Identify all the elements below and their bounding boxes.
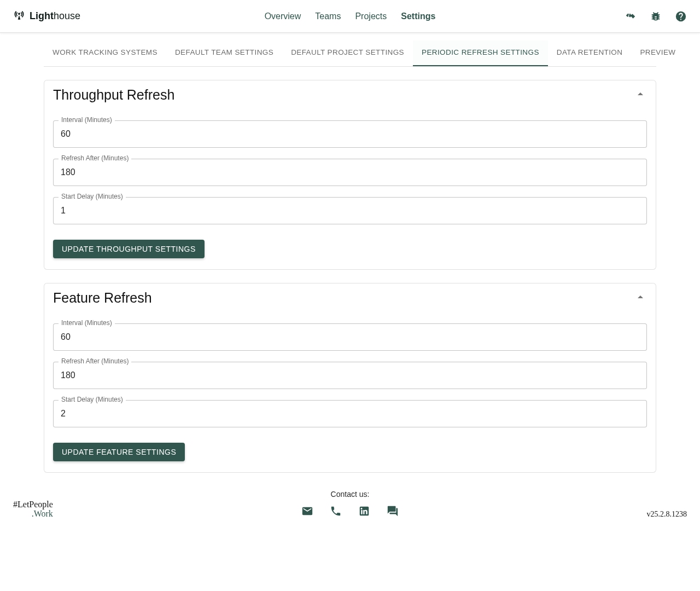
app-logo[interactable]: Lighthouse	[13, 9, 80, 24]
throughput-refresh-header[interactable]: Throughput Refresh	[44, 80, 656, 105]
throughput-start-delay-field: Start Delay (Minutes)	[53, 197, 647, 224]
refresh-after-label: Refresh After (Minutes)	[59, 357, 131, 365]
chat-icon[interactable]	[387, 505, 399, 519]
throughput-refresh-after-input[interactable]	[53, 159, 647, 186]
interval-label: Interval (Minutes)	[59, 116, 115, 124]
throughput-refresh-after-field: Refresh After (Minutes)	[53, 159, 647, 186]
app-footer: #LetPeople .Work Contact us: v25.2.8.123…	[0, 495, 700, 528]
tab-work-tracking-systems[interactable]: Work Tracking Systems	[44, 40, 166, 66]
nav-settings[interactable]: Settings	[401, 11, 435, 21]
linkedin-icon[interactable]	[358, 505, 370, 519]
throughput-start-delay-input[interactable]	[53, 197, 647, 224]
feature-start-delay-input[interactable]	[53, 400, 647, 427]
slogan: #LetPeople .Work	[13, 500, 53, 519]
feature-interval-field: Interval (Minutes)	[53, 323, 647, 351]
nav-projects[interactable]: Projects	[355, 11, 387, 21]
mail-icon[interactable]	[301, 505, 313, 519]
primary-nav: Overview Teams Projects Settings	[265, 11, 436, 21]
tab-default-team-settings[interactable]: Default Team Settings	[166, 40, 282, 66]
feature-refresh-header[interactable]: Feature Refresh	[44, 283, 656, 308]
throughput-interval-field: Interval (Minutes)	[53, 120, 647, 148]
update-feature-button[interactable]: Update Feature Settings	[53, 443, 185, 461]
throughput-refresh-title: Throughput Refresh	[53, 87, 174, 103]
nav-overview[interactable]: Overview	[265, 11, 301, 21]
update-throughput-button[interactable]: Update Throughput Settings	[53, 240, 205, 258]
app-name: Lighthouse	[30, 10, 80, 22]
tab-data-retention[interactable]: Data Retention	[548, 40, 632, 66]
header-actions	[625, 10, 687, 22]
feature-interval-input[interactable]	[53, 323, 647, 351]
app-header: Lighthouse Overview Teams Projects Setti…	[0, 0, 700, 33]
slogan-line2: .Work	[13, 509, 53, 519]
feature-refresh-card: Feature Refresh Interval (Minutes) Refre…	[44, 283, 656, 473]
feature-refresh-after-field: Refresh After (Minutes)	[53, 362, 647, 389]
tab-default-project-settings[interactable]: Default Project Settings	[282, 40, 413, 66]
start-delay-label: Start Delay (Minutes)	[59, 193, 126, 200]
broadcast-tower-icon	[13, 9, 25, 24]
tab-preview[interactable]: Preview	[631, 40, 684, 66]
throughput-interval-input[interactable]	[53, 120, 647, 148]
start-delay-label: Start Delay (Minutes)	[59, 396, 126, 403]
settings-subtabs: Work Tracking Systems Default Team Setti…	[44, 40, 656, 67]
slogan-line1: #LetPeople	[13, 500, 53, 509]
refresh-after-label: Refresh After (Minutes)	[59, 154, 131, 162]
contact-label: Contact us:	[301, 490, 399, 499]
feature-start-delay-field: Start Delay (Minutes)	[53, 400, 647, 427]
phone-icon[interactable]	[330, 505, 342, 519]
help-icon[interactable]	[675, 10, 687, 22]
tab-periodic-refresh-settings[interactable]: Periodic Refresh Settings	[413, 40, 548, 66]
contact-block: Contact us:	[301, 490, 399, 519]
chevron-up-icon	[634, 291, 647, 305]
chevron-up-icon	[634, 88, 647, 102]
bug-icon[interactable]	[650, 10, 662, 22]
feature-refresh-after-input[interactable]	[53, 362, 647, 389]
throughput-refresh-card: Throughput Refresh Interval (Minutes) Re…	[44, 80, 656, 270]
handshake-icon[interactable]	[625, 10, 637, 22]
feature-refresh-title: Feature Refresh	[53, 290, 152, 306]
version-label: v25.2.8.1238	[647, 510, 687, 519]
nav-teams[interactable]: Teams	[315, 11, 341, 21]
interval-label: Interval (Minutes)	[59, 319, 115, 327]
